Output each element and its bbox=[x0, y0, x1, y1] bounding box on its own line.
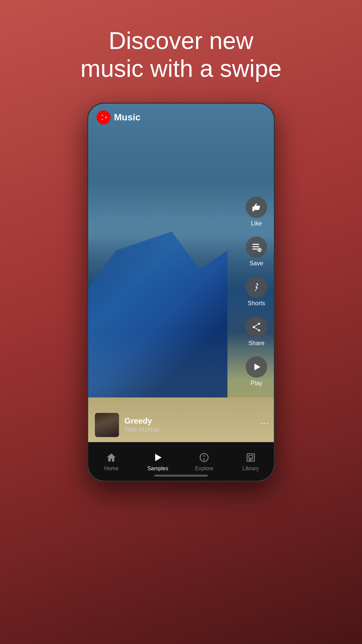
svg-line-12 bbox=[255, 324, 258, 326]
like-label: Like bbox=[251, 220, 262, 227]
youtube-music-logo-icon bbox=[97, 110, 111, 124]
song-artist: Tate McRae bbox=[124, 426, 244, 433]
svg-line-13 bbox=[255, 327, 258, 330]
song-title: Greedy bbox=[124, 416, 244, 426]
save-button[interactable] bbox=[246, 236, 267, 258]
thumbs-up-icon bbox=[251, 202, 262, 213]
play-label: Play bbox=[250, 380, 262, 387]
explore-icon bbox=[198, 451, 210, 464]
headline-line2: music with a swipe bbox=[80, 55, 282, 82]
share-icon bbox=[251, 322, 262, 332]
samples-icon bbox=[152, 451, 164, 464]
action-buttons-panel: Like Save Short bbox=[246, 197, 267, 387]
like-action[interactable]: Like bbox=[246, 197, 267, 227]
nav-home-label: Home bbox=[104, 466, 119, 472]
headline-line1: Discover new bbox=[109, 27, 253, 54]
nav-samples-label: Samples bbox=[147, 466, 168, 472]
song-text: Greedy Tate McRae bbox=[124, 416, 244, 433]
play-action[interactable]: Play bbox=[246, 356, 267, 387]
svg-point-2 bbox=[102, 115, 106, 119]
svg-point-9 bbox=[258, 323, 260, 325]
save-label: Save bbox=[249, 260, 263, 267]
more-options-button[interactable]: ⋯ bbox=[259, 418, 269, 429]
nav-library-label: Library bbox=[242, 466, 259, 472]
nav-home[interactable]: Home bbox=[88, 451, 135, 472]
svg-marker-17 bbox=[203, 455, 205, 457]
share-button[interactable] bbox=[246, 316, 267, 338]
shorts-icon bbox=[251, 282, 262, 292]
phone-mockup: Music Like bbox=[87, 103, 275, 482]
headline: Discover new music with a swipe bbox=[64, 27, 298, 83]
nav-explore[interactable]: Explore bbox=[181, 451, 228, 472]
svg-rect-3 bbox=[252, 244, 259, 245]
home-icon bbox=[105, 451, 117, 464]
nav-explore-label: Explore bbox=[195, 466, 213, 472]
svg-marker-18 bbox=[203, 458, 205, 460]
play-icon bbox=[251, 362, 262, 372]
nav-library[interactable]: Library bbox=[228, 451, 274, 472]
svg-rect-20 bbox=[249, 455, 253, 458]
app-header: Music bbox=[97, 110, 140, 124]
svg-rect-5 bbox=[252, 249, 257, 250]
save-playlist-icon bbox=[251, 242, 262, 253]
like-button[interactable] bbox=[246, 197, 267, 218]
save-action[interactable]: Save bbox=[246, 236, 267, 267]
song-thumbnail bbox=[95, 413, 119, 437]
share-action[interactable]: Share bbox=[246, 316, 267, 347]
svg-point-10 bbox=[253, 326, 255, 328]
shorts-button[interactable] bbox=[246, 276, 267, 298]
svg-marker-15 bbox=[155, 454, 162, 461]
svg-rect-4 bbox=[252, 246, 259, 247]
home-indicator bbox=[154, 475, 208, 477]
shorts-action[interactable]: Shorts bbox=[246, 276, 267, 307]
svg-point-11 bbox=[258, 329, 260, 331]
song-info-bar: Greedy Tate McRae bbox=[95, 413, 244, 437]
share-label: Share bbox=[248, 340, 264, 347]
nav-samples[interactable]: Samples bbox=[135, 451, 181, 472]
app-title: Music bbox=[114, 112, 140, 123]
shorts-label: Shorts bbox=[248, 300, 265, 307]
svg-marker-14 bbox=[254, 364, 260, 370]
svg-point-16 bbox=[200, 453, 208, 462]
library-icon bbox=[245, 451, 257, 464]
song-thumbnail-image bbox=[95, 413, 119, 437]
play-button[interactable] bbox=[246, 356, 267, 378]
